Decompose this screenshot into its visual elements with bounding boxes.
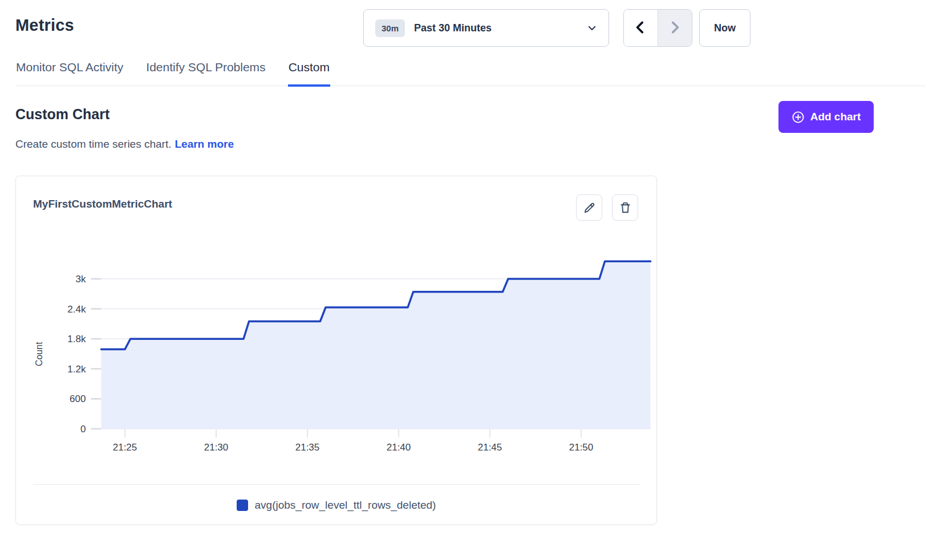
svg-text:0: 0 [80,424,86,435]
subtitle-text: Create custom time series chart. [15,138,171,150]
svg-text:600: 600 [70,393,86,404]
tab-monitor-sql-activity[interactable]: Monitor SQL Activity [15,57,124,87]
chart-card: 06001.2k1.8k2.4k3k21:2521:3021:3521:4021… [15,176,657,525]
legend-label: avg(jobs_row_level_ttl_rows_deleted) [255,499,436,512]
svg-text:1.2k: 1.2k [67,364,86,375]
svg-text:21:45: 21:45 [478,442,502,453]
svg-text:3k: 3k [75,274,86,285]
trash-icon [619,201,632,214]
chart-title: MyFirstCustomMetricChart [33,198,172,210]
time-next-button[interactable] [658,10,692,46]
tab-custom[interactable]: Custom [288,57,330,87]
section-title: Custom Chart [15,106,109,123]
legend-swatch [237,500,248,511]
chevron-right-icon [667,20,682,36]
edit-chart-button[interactable] [576,194,602,221]
learn-more-link[interactable]: Learn more [175,138,233,150]
svg-text:Count: Count [34,342,44,366]
svg-text:21:30: 21:30 [204,442,229,453]
legend-item[interactable]: avg(jobs_row_level_ttl_rows_deleted) [237,499,436,512]
chart-legend: avg(jobs_row_level_ttl_rows_deleted) [16,499,656,512]
metrics-tabs: Monitor SQL Activity Identify SQL Proble… [15,57,926,86]
time-range-badge: 30m [375,19,405,37]
svg-text:21:50: 21:50 [569,442,594,453]
svg-text:21:25: 21:25 [113,442,137,453]
page-title: Metrics [15,16,74,35]
chevron-left-icon [633,20,648,36]
plus-circle-icon [792,111,805,124]
metrics-page: Metrics 30m Past 30 Minutes Now Monitor … [0,0,941,560]
time-range-dropdown[interactable]: 30m Past 30 Minutes [363,9,609,47]
time-series-chart[interactable]: 06001.2k1.8k2.4k3k21:2521:3021:3521:4021… [16,176,658,525]
legend-divider [33,484,640,485]
chevron-down-icon [587,23,597,33]
add-chart-button[interactable]: Add chart [778,101,874,133]
section-subtitle: Create custom time series chart.Learn mo… [15,138,234,151]
delete-chart-button[interactable] [612,194,638,221]
svg-text:1.8k: 1.8k [67,334,86,344]
now-button[interactable]: Now [699,9,751,47]
time-prev-button[interactable] [624,10,658,46]
svg-text:2.4k: 2.4k [67,304,86,315]
svg-text:21:35: 21:35 [295,442,320,453]
pencil-icon [583,201,596,214]
time-range-label: Past 30 Minutes [414,22,492,34]
add-chart-label: Add chart [810,111,861,123]
svg-text:21:40: 21:40 [387,442,411,453]
time-pager [623,9,692,47]
tab-identify-sql-problems[interactable]: Identify SQL Problems [145,57,266,87]
